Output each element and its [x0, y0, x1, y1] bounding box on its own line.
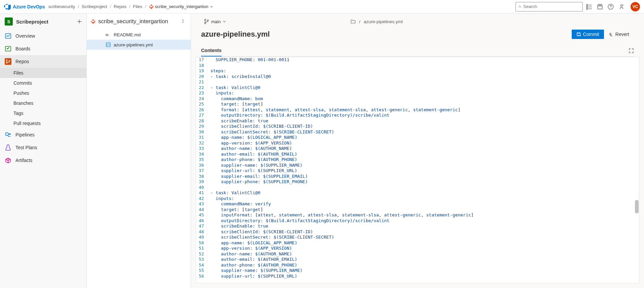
path-crumb: / azure-pipelines.yml	[350, 19, 403, 24]
nav-boards[interactable]: Boards	[0, 42, 86, 55]
overview-icon	[5, 33, 11, 39]
svg-rect-4	[586, 8, 588, 9]
breadcrumb-item[interactable]: Scribeproject	[82, 4, 107, 9]
revert-button[interactable]: Revert	[604, 30, 634, 39]
breadcrumb-item[interactable]: Repos	[114, 4, 126, 9]
sidebar-nav: OverviewBoardsReposFilesCommitsPushesBra…	[0, 30, 86, 288]
boards-icon	[5, 45, 11, 52]
svg-line-1	[520, 7, 521, 8]
title-row: azure-pipelines.yml Commit Revert	[201, 30, 634, 39]
svg-rect-12	[5, 58, 11, 65]
svg-point-25	[204, 19, 206, 20]
scrollbar-thumb[interactable]	[635, 200, 639, 213]
fullscreen-icon[interactable]	[629, 48, 634, 53]
yml-file-icon	[106, 42, 111, 47]
nav-pipelines[interactable]: Pipelines	[0, 128, 86, 141]
sidebar: S Scribeproject OverviewBoardsReposFiles…	[0, 13, 87, 288]
top-bar: Azure DevOps scribesecurity / Scribeproj…	[0, 0, 644, 13]
chevron-down-icon	[223, 20, 226, 23]
svg-point-17	[183, 20, 183, 21]
nav-overview[interactable]: Overview	[0, 30, 86, 42]
git-repo-icon	[149, 4, 154, 9]
subnav-tags[interactable]: Tags	[0, 108, 86, 118]
subnav-commits[interactable]: Commits	[0, 78, 86, 88]
folder-icon[interactable]	[350, 19, 356, 24]
file-tree-panel: scribe_security_intergartion M↓README.md…	[87, 13, 191, 288]
settings-icon[interactable]	[618, 4, 624, 10]
repos-icon	[5, 58, 11, 65]
tree-items: M↓README.mdazure-pipelines.yml	[87, 30, 191, 50]
logo-area[interactable]: Azure DevOps	[4, 3, 45, 10]
more-menu-icon[interactable]	[179, 19, 187, 25]
testplans-icon	[5, 144, 11, 151]
subnav-pushes[interactable]: Pushes	[0, 88, 86, 98]
revert-icon	[609, 32, 613, 37]
breadcrumb-repo-selector[interactable]: scribe_security_intergartion	[149, 4, 213, 9]
content-panel: main / azure-pipelines.yml azure-pipelin…	[191, 13, 644, 288]
project-header[interactable]: S Scribeproject	[0, 13, 86, 30]
line-gutter: 1718192021222324252627282930313233343536…	[196, 57, 207, 279]
file-item[interactable]: M↓README.md	[87, 30, 191, 40]
save-icon	[576, 32, 581, 37]
nav-repos[interactable]: Repos	[0, 55, 86, 68]
azure-devops-icon	[4, 3, 11, 10]
new-item-icon[interactable]	[77, 19, 82, 24]
nav-artifacts[interactable]: Artifacts	[0, 154, 86, 167]
svg-point-18	[183, 22, 183, 23]
breadcrumb: scribesecurity / Scribeproject / Repos /…	[48, 4, 516, 9]
svg-point-9	[620, 4, 622, 6]
content-header: main / azure-pipelines.yml azure-pipelin…	[191, 13, 644, 57]
tree-header: scribe_security_intergartion	[87, 13, 191, 30]
pipelines-icon	[5, 131, 11, 138]
subnav-pull-requests[interactable]: Pull requests	[0, 118, 86, 128]
svg-text:M↓: M↓	[106, 33, 110, 37]
user-avatar[interactable]: VC	[631, 2, 640, 11]
svg-point-0	[519, 6, 521, 7]
path-file[interactable]: azure-pipelines.yml	[364, 19, 403, 24]
commit-button[interactable]: Commit	[572, 30, 604, 39]
search-box[interactable]	[516, 2, 583, 11]
svg-rect-2	[586, 4, 588, 5]
subnav-branches[interactable]: Branches	[0, 98, 86, 108]
md-file-icon: M↓	[106, 32, 111, 37]
search-input[interactable]	[523, 4, 580, 9]
code-content[interactable]: SUPPLIER_PHONE: 001-001-0011 steps:- tas…	[207, 57, 639, 279]
file-title: azure-pipelines.yml	[201, 30, 572, 39]
svg-point-16	[183, 19, 183, 20]
code-editor[interactable]: 1718192021222324252627282930313233343536…	[196, 57, 639, 283]
nav-test-plans[interactable]: Test Plans	[0, 141, 86, 154]
top-icons: VC	[586, 2, 640, 11]
project-initial-badge: S	[5, 17, 13, 26]
svg-point-15	[9, 60, 10, 61]
repo-title[interactable]: scribe_security_intergartion	[98, 18, 177, 25]
git-repo-icon	[91, 19, 96, 24]
search-icon	[519, 4, 521, 9]
breadcrumb-item[interactable]: scribesecurity	[48, 4, 75, 9]
tab-contents[interactable]: Contents	[201, 45, 222, 56]
svg-point-13	[6, 59, 7, 61]
svg-point-27	[207, 20, 209, 21]
svg-rect-3	[586, 6, 588, 7]
breadcrumb-item[interactable]: Files	[133, 4, 142, 9]
subnav-files[interactable]: Files	[0, 68, 86, 78]
artifacts-icon	[5, 157, 11, 164]
tabs-row: Contents	[201, 45, 634, 57]
path-row: main / azure-pipelines.yml	[201, 13, 634, 30]
file-item[interactable]: azure-pipelines.yml	[87, 40, 191, 50]
branch-icon	[204, 19, 209, 24]
svg-rect-20	[106, 43, 110, 47]
help-icon[interactable]	[608, 4, 614, 10]
work-items-icon[interactable]	[586, 4, 592, 10]
branch-selector[interactable]: main	[201, 17, 229, 26]
svg-point-22	[107, 45, 108, 46]
project-name: Scribeproject	[16, 19, 74, 25]
brand-label: Azure DevOps	[13, 4, 45, 9]
chevron-down-icon	[210, 5, 213, 8]
svg-point-26	[204, 23, 206, 24]
svg-point-21	[107, 44, 108, 44]
marketplace-icon[interactable]	[597, 4, 603, 10]
